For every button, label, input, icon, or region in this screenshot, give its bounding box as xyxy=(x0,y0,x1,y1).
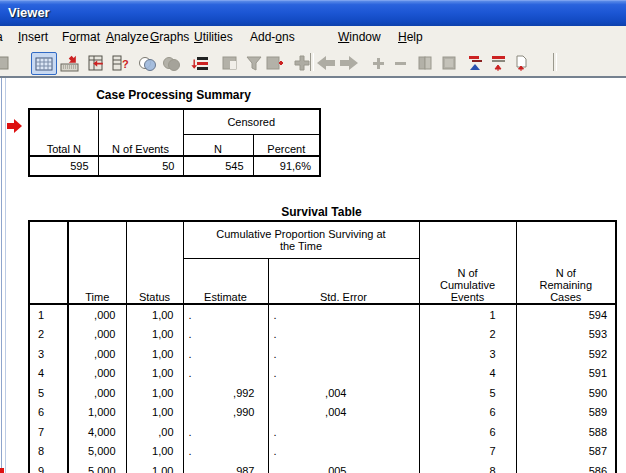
show-book-icon[interactable] xyxy=(414,52,438,73)
cumulative-events-value: 3 xyxy=(419,344,516,364)
menu-item-graphs[interactable]: Graphs xyxy=(150,30,189,44)
survival-table[interactable]: Time Status Cumulative Proportion Surviv… xyxy=(28,220,617,473)
menu-item-analyze[interactable]: Analyze xyxy=(106,30,149,44)
row-number: 2 xyxy=(29,325,68,345)
estimate-value: . xyxy=(183,325,268,345)
time-value: 5,000 xyxy=(68,442,126,462)
cumulative-events-value: 4 xyxy=(419,364,516,384)
estimate-value: . xyxy=(183,442,268,462)
cumulative-events-value: 5 xyxy=(419,383,516,403)
table-row: 74,000,00..6588 xyxy=(29,422,616,442)
estimate-value: . xyxy=(183,344,268,364)
menu-item-clipped[interactable]: a xyxy=(0,30,3,44)
expand-plus-icon[interactable] xyxy=(366,52,390,73)
cumulative-events-header: N of Cumulative Events xyxy=(419,221,516,304)
pane-border-line xyxy=(1,78,2,473)
cumulative-events-value: 6 xyxy=(419,422,516,442)
table-row: 5,0001,00,992,0045590 xyxy=(29,383,616,403)
insert-chart-disabled-icon[interactable] xyxy=(264,52,288,73)
toolbar-separator xyxy=(553,53,557,71)
remaining-cases-header: N of Remaining Cases xyxy=(516,221,616,304)
censored-percent-value: 91,6% xyxy=(253,156,320,176)
variables-question-icon[interactable]: ? xyxy=(108,52,132,73)
table-row: 95,0001,00,987,0058586 xyxy=(29,461,616,473)
designated-grid-icon[interactable] xyxy=(31,52,57,75)
table-row: 1,0001,00..1594 xyxy=(29,304,616,325)
goto-case-table-icon[interactable] xyxy=(84,52,108,73)
window-disabled-icon[interactable] xyxy=(218,52,242,73)
time-value: ,000 xyxy=(68,364,126,384)
menu-item-window[interactable]: Window xyxy=(338,30,381,44)
remaining-cases-value: 592 xyxy=(516,344,616,364)
case-processing-summary-table[interactable]: Total N N of Events Censored N Percent 5… xyxy=(28,108,321,177)
time-value: 1,000 xyxy=(68,403,126,423)
pane-splitter[interactable] xyxy=(5,78,6,473)
column-header: Percent xyxy=(253,135,320,157)
title-bar[interactable]: Viewer xyxy=(0,0,626,27)
row-number: 7 xyxy=(29,422,68,442)
n-of-events-value: 50 xyxy=(98,156,183,176)
status-value: 1,00 xyxy=(126,325,183,345)
std-error-value: . xyxy=(268,344,419,364)
menu-item-addons[interactable]: Add-ons xyxy=(250,30,295,44)
std-error-value: ,005 xyxy=(268,461,419,473)
cumulative-events-value: 8 xyxy=(419,461,516,473)
time-value: ,000 xyxy=(68,344,126,364)
funnel-disabled-icon[interactable] xyxy=(242,52,266,73)
std-error-value: . xyxy=(268,325,419,345)
std-error-value: . xyxy=(268,304,419,325)
status-value: 1,00 xyxy=(126,364,183,384)
row-number: 8 xyxy=(29,442,68,462)
remaining-cases-value: 590 xyxy=(516,383,616,403)
menu-item-help[interactable]: Help xyxy=(398,30,423,44)
clipped-icon[interactable] xyxy=(0,52,12,73)
table-row: 4,0001,00..4591 xyxy=(29,364,616,384)
time-value: ,000 xyxy=(68,325,126,345)
estimate-value: ,990 xyxy=(183,403,268,423)
hide-book-icon[interactable] xyxy=(437,52,461,73)
arrow-left-icon[interactable] xyxy=(314,52,338,73)
goto-data-keyboard-icon[interactable] xyxy=(58,52,82,73)
std-error-header: Std. Error xyxy=(268,259,419,305)
std-error-value: ,004 xyxy=(268,403,419,423)
collapse-minus-icon[interactable] xyxy=(388,52,412,73)
std-error-value: . xyxy=(268,364,419,384)
menu-item-format[interactable]: Format xyxy=(62,30,100,44)
select-cases-venn-icon[interactable] xyxy=(136,52,160,73)
status-value: 1,00 xyxy=(126,344,183,364)
table-row: 3,0001,00..3592 xyxy=(29,344,616,364)
remaining-cases-value: 588 xyxy=(516,422,616,442)
dialog-recall-icon[interactable] xyxy=(188,52,212,73)
promote-heading-icon[interactable] xyxy=(487,52,511,73)
case-processing-summary-title: Case Processing Summary xyxy=(28,88,319,102)
collapse-outline-icon[interactable] xyxy=(464,52,488,73)
cumulative-events-value: 2 xyxy=(419,325,516,345)
clipped-selection-arrow-icon xyxy=(0,468,4,473)
estimate-value: . xyxy=(183,364,268,384)
output-pane[interactable]: Case Processing Summary Total N N of Eve… xyxy=(0,76,626,473)
time-value: 4,000 xyxy=(68,422,126,442)
row-number: 5 xyxy=(29,383,68,403)
arrow-right-icon[interactable] xyxy=(337,52,361,73)
status-value: 1,00 xyxy=(126,383,183,403)
cumulative-events-value: 6 xyxy=(419,403,516,423)
table-row: 595 50 545 91,6% xyxy=(29,156,320,176)
svg-text:?: ? xyxy=(122,58,129,70)
status-value: 1,00 xyxy=(126,442,183,462)
remaining-cases-value: 594 xyxy=(516,304,616,325)
insert-page-icon[interactable] xyxy=(509,52,533,73)
std-error-value: . xyxy=(268,442,419,462)
remaining-cases-value: 593 xyxy=(516,325,616,345)
estimate-value: . xyxy=(183,304,268,325)
menu-item-insert[interactable]: Insert xyxy=(18,30,48,44)
table-row: 2,0001,00..2593 xyxy=(29,325,616,345)
estimate-value: ,987 xyxy=(183,461,268,473)
venn-disabled-icon[interactable] xyxy=(160,52,184,73)
menu-item-utilities[interactable]: Utilities xyxy=(194,30,233,44)
time-value: 5,000 xyxy=(68,461,126,473)
row-number: 9 xyxy=(29,461,68,473)
status-header: Status xyxy=(126,221,183,304)
time-value: ,000 xyxy=(68,383,126,403)
estimate-header: Estimate xyxy=(183,259,268,305)
status-value: 1,00 xyxy=(126,461,183,473)
